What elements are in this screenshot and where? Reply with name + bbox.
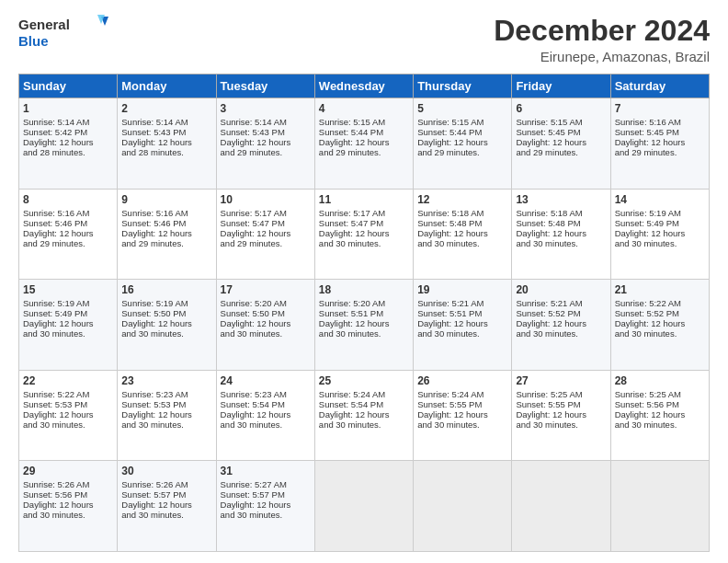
day-number: 3	[221, 102, 311, 115]
day-info-line: Sunrise: 5:26 AM	[23, 479, 113, 489]
day-info-line: Sunset: 5:51 PM	[417, 308, 507, 318]
day-info-line: and 28 minutes.	[23, 147, 113, 157]
day-info-line: Sunset: 5:51 PM	[319, 308, 409, 318]
calendar-day-cell: 30Sunrise: 5:26 AMSunset: 5:57 PMDayligh…	[118, 461, 216, 552]
day-number: 26	[417, 374, 507, 387]
day-info-line: Sunset: 5:50 PM	[221, 308, 311, 318]
day-info-line: Sunrise: 5:22 AM	[23, 389, 113, 399]
page: General Blue December 2024 Eirunepe, Ama…	[0, 0, 728, 563]
day-info-line: Sunrise: 5:16 AM	[615, 117, 705, 127]
svg-text:Blue: Blue	[18, 33, 49, 49]
day-info-line: Sunset: 5:45 PM	[516, 127, 606, 137]
calendar-day-cell	[512, 461, 610, 552]
day-number: 24	[221, 374, 311, 387]
day-info-line: and 30 minutes.	[319, 238, 409, 248]
day-number: 29	[23, 465, 113, 477]
day-info-line: Sunset: 5:45 PM	[615, 127, 705, 137]
day-of-week-header: Thursday	[414, 75, 512, 98]
day-number: 20	[516, 283, 606, 296]
sub-title: Eirunepe, Amazonas, Brazil	[494, 49, 710, 64]
calendar-day-cell: 8Sunrise: 5:16 AMSunset: 5:46 PMDaylight…	[19, 189, 118, 280]
day-info-line: and 30 minutes.	[121, 510, 211, 520]
day-info-line: and 30 minutes.	[516, 328, 606, 339]
calendar-day-cell: 28Sunrise: 5:25 AMSunset: 5:56 PMDayligh…	[610, 370, 709, 461]
day-info-line: Sunrise: 5:19 AM	[615, 208, 705, 218]
calendar-day-cell: 18Sunrise: 5:20 AMSunset: 5:51 PMDayligh…	[314, 280, 413, 371]
calendar-day-cell: 19Sunrise: 5:21 AMSunset: 5:51 PMDayligh…	[414, 280, 512, 371]
day-of-week-header: Wednesday	[314, 75, 413, 98]
calendar-day-cell: 9Sunrise: 5:16 AMSunset: 5:46 PMDaylight…	[118, 189, 216, 280]
day-number: 19	[417, 283, 507, 296]
day-info-line: and 29 minutes.	[615, 147, 705, 157]
day-info-line: Sunrise: 5:15 AM	[417, 117, 507, 127]
calendar-day-cell: 16Sunrise: 5:19 AMSunset: 5:50 PMDayligh…	[118, 280, 216, 371]
calendar-day-cell: 25Sunrise: 5:24 AMSunset: 5:54 PMDayligh…	[314, 370, 413, 461]
day-info-line: Sunrise: 5:25 AM	[516, 389, 606, 399]
day-info-line: Sunset: 5:54 PM	[319, 399, 409, 409]
day-info-line: Sunrise: 5:17 AM	[319, 208, 409, 218]
day-info-line: and 30 minutes.	[319, 328, 409, 339]
day-number: 1	[23, 102, 113, 115]
day-info-line: Daylight: 12 hours	[121, 318, 211, 328]
calendar-week-row: 15Sunrise: 5:19 AMSunset: 5:49 PMDayligh…	[19, 280, 710, 371]
calendar-day-cell: 7Sunrise: 5:16 AMSunset: 5:45 PMDaylight…	[610, 98, 709, 190]
calendar-day-cell: 26Sunrise: 5:24 AMSunset: 5:55 PMDayligh…	[414, 370, 512, 461]
day-info-line: Daylight: 12 hours	[121, 228, 211, 238]
day-info-line: Sunrise: 5:21 AM	[417, 298, 507, 308]
calendar-day-cell: 13Sunrise: 5:18 AMSunset: 5:48 PMDayligh…	[512, 189, 610, 280]
day-info-line: Daylight: 12 hours	[319, 409, 409, 419]
day-info-line: and 30 minutes.	[417, 328, 507, 339]
calendar-day-cell	[414, 461, 512, 552]
day-number: 21	[615, 283, 705, 296]
day-info-line: Daylight: 12 hours	[516, 137, 606, 147]
day-info-line: Daylight: 12 hours	[221, 409, 311, 419]
day-info-line: Sunset: 5:47 PM	[221, 218, 311, 228]
day-info-line: Sunrise: 5:21 AM	[516, 298, 606, 308]
day-info-line: Daylight: 12 hours	[319, 228, 409, 238]
day-info-line: Sunset: 5:52 PM	[516, 308, 606, 318]
day-number: 18	[319, 283, 409, 296]
calendar-day-cell: 11Sunrise: 5:17 AMSunset: 5:47 PMDayligh…	[314, 189, 413, 280]
day-info-line: and 30 minutes.	[221, 510, 311, 520]
day-info-line: Daylight: 12 hours	[121, 137, 211, 147]
day-number: 7	[615, 102, 705, 115]
day-info-line: Sunset: 5:46 PM	[121, 218, 211, 228]
day-info-line: Sunset: 5:56 PM	[23, 489, 113, 500]
day-info-line: Sunset: 5:49 PM	[23, 308, 113, 318]
day-info-line: and 30 minutes.	[319, 419, 409, 430]
calendar-week-row: 29Sunrise: 5:26 AMSunset: 5:56 PMDayligh…	[19, 461, 710, 552]
day-number: 12	[417, 193, 507, 206]
day-info-line: Daylight: 12 hours	[615, 228, 705, 238]
day-info-line: Sunset: 5:48 PM	[417, 218, 507, 228]
day-info-line: Sunrise: 5:16 AM	[23, 208, 113, 218]
day-info-line: Sunset: 5:46 PM	[23, 218, 113, 228]
day-info-line: Sunset: 5:56 PM	[615, 399, 705, 409]
day-info-line: Sunset: 5:48 PM	[516, 218, 606, 228]
day-info-line: Daylight: 12 hours	[516, 228, 606, 238]
day-info-line: Daylight: 12 hours	[319, 318, 409, 328]
calendar-day-cell: 27Sunrise: 5:25 AMSunset: 5:55 PMDayligh…	[512, 370, 610, 461]
day-of-week-header: Friday	[512, 75, 610, 98]
day-number: 15	[23, 283, 113, 296]
day-of-week-header: Monday	[118, 75, 216, 98]
day-info-line: and 30 minutes.	[221, 419, 311, 430]
calendar-day-cell: 20Sunrise: 5:21 AMSunset: 5:52 PMDayligh…	[512, 280, 610, 371]
day-number: 23	[121, 374, 211, 387]
calendar-day-cell: 22Sunrise: 5:22 AMSunset: 5:53 PMDayligh…	[19, 370, 118, 461]
day-info-line: and 29 minutes.	[417, 147, 507, 157]
calendar-day-cell: 31Sunrise: 5:27 AMSunset: 5:57 PMDayligh…	[216, 461, 314, 552]
day-info-line: Sunset: 5:49 PM	[615, 218, 705, 228]
day-info-line: and 29 minutes.	[516, 147, 606, 157]
calendar-week-row: 1Sunrise: 5:14 AMSunset: 5:42 PMDaylight…	[19, 98, 710, 190]
day-of-week-header: Sunday	[19, 75, 118, 98]
day-info-line: Daylight: 12 hours	[221, 500, 311, 510]
day-number: 17	[221, 283, 311, 296]
day-info-line: and 29 minutes.	[221, 238, 311, 248]
day-number: 13	[516, 193, 606, 206]
day-info-line: and 30 minutes.	[615, 419, 705, 430]
day-number: 30	[121, 465, 211, 477]
day-info-line: Daylight: 12 hours	[23, 500, 113, 510]
day-info-line: and 29 minutes.	[23, 238, 113, 248]
day-info-line: and 30 minutes.	[516, 238, 606, 248]
day-info-line: and 28 minutes.	[121, 147, 211, 157]
